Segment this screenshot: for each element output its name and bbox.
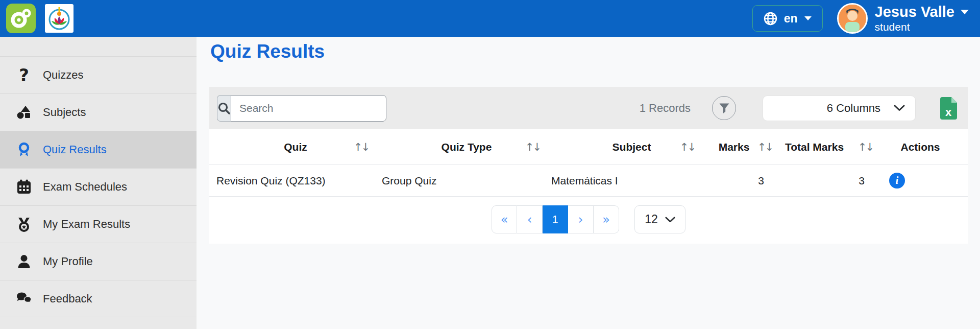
question-mark-icon: ? bbox=[15, 65, 33, 85]
chevron-down-icon bbox=[894, 105, 905, 111]
medal-icon bbox=[15, 217, 33, 232]
pagination-page-1-button[interactable]: 1 bbox=[543, 205, 568, 233]
avatar-illustration bbox=[839, 5, 866, 32]
chat-icon bbox=[15, 291, 33, 307]
cell-total-marks: 3 bbox=[773, 165, 873, 196]
column-header-subject[interactable]: Subject ↑↓ bbox=[551, 129, 712, 165]
award-icon bbox=[15, 142, 33, 157]
excel-export-button[interactable]: x bbox=[938, 97, 959, 120]
sidebar-item-label: Quizzes bbox=[43, 68, 83, 82]
sidebar-item-label: Subjects bbox=[43, 106, 86, 119]
excel-export-icon: x bbox=[938, 97, 959, 120]
user-role: student bbox=[875, 21, 969, 33]
column-label: Quiz bbox=[284, 141, 307, 153]
calendar-icon bbox=[15, 179, 33, 195]
cell-quiz-type: Group Quiz bbox=[382, 165, 551, 196]
user-avatar[interactable] bbox=[837, 3, 868, 34]
sidebar-item-quizzes[interactable]: ? Quizzes bbox=[0, 56, 197, 93]
chevron-down-icon bbox=[804, 16, 812, 20]
sidebar-item-label: Feedback bbox=[43, 292, 92, 306]
sidebar-item-my-exam-results[interactable]: My Exam Results bbox=[0, 205, 197, 243]
column-label: Quiz Type bbox=[442, 141, 492, 153]
filter-icon bbox=[719, 103, 730, 114]
sidebar-item-label: My Profile bbox=[43, 255, 93, 268]
column-label: Total Marks bbox=[785, 141, 861, 153]
sidebar-item-my-profile[interactable]: My Profile bbox=[0, 243, 197, 280]
sidebar-item-subjects[interactable]: Subjects bbox=[0, 93, 197, 131]
column-header-quiz-type[interactable]: Quiz Type ↑↓ bbox=[382, 129, 551, 165]
main-content: Quiz Results 1 Records 6 Columns bbox=[197, 37, 980, 329]
search-icon bbox=[217, 95, 231, 122]
filter-button[interactable] bbox=[712, 96, 736, 120]
sidebar-item-label: Quiz Results bbox=[43, 143, 107, 156]
lotus-school-logo-icon bbox=[47, 6, 71, 31]
sidebar-item-feedback[interactable]: Feedback bbox=[0, 280, 197, 317]
cell-marks: 3 bbox=[712, 165, 773, 196]
column-header-quiz[interactable]: Quiz ↑↓ bbox=[209, 129, 382, 165]
language-code-label: en bbox=[784, 12, 798, 26]
pagination: « ‹ 1 › » bbox=[492, 205, 619, 233]
table-row: Revision Quiz (QZ133) Group Quiz Matemát… bbox=[209, 165, 968, 197]
lotus-school-logo[interactable] bbox=[45, 4, 74, 33]
table-footer: « ‹ 1 › » 12 bbox=[209, 197, 968, 244]
sidebar-item-quiz-results[interactable]: Quiz Results bbox=[0, 131, 197, 168]
chevron-down-icon bbox=[665, 217, 675, 223]
top-header-bar: en Jesus Valle student bbox=[0, 0, 980, 37]
globe-icon bbox=[764, 12, 777, 26]
svg-text:x: x bbox=[945, 106, 952, 119]
table-toolbar: 1 Records 6 Columns x bbox=[209, 87, 968, 129]
sidebar-navigation: ? Quizzes Subjects Quiz Results bbox=[0, 37, 197, 329]
user-menu-chevron-down-icon bbox=[961, 10, 969, 14]
sort-icon[interactable]: ↑↓ bbox=[525, 141, 540, 153]
cell-actions: i bbox=[873, 165, 968, 196]
cell-subject: Matemáticas I bbox=[551, 165, 712, 196]
table-header-row: Quiz ↑↓ Quiz Type ↑↓ Subject ↑↓ Marks ↑↓… bbox=[209, 129, 968, 165]
pagination-last-button[interactable]: » bbox=[594, 205, 619, 233]
pagination-next-button[interactable]: › bbox=[568, 205, 594, 233]
cell-quiz: Revision Quiz (QZ133) bbox=[209, 165, 382, 196]
column-label: Subject bbox=[612, 141, 651, 153]
sort-icon[interactable]: ↑↓ bbox=[757, 141, 772, 153]
page-size-value: 12 bbox=[645, 213, 658, 226]
sidebar-item-exam-schedules[interactable]: Exam Schedules bbox=[0, 168, 197, 205]
sidebar-item-label: My Exam Results bbox=[43, 218, 130, 231]
column-header-total-marks[interactable]: Total Marks ↑↓ bbox=[773, 129, 873, 165]
column-label: Actions bbox=[900, 141, 940, 153]
shapes-icon bbox=[15, 105, 33, 120]
sidebar-item-label: Exam Schedules bbox=[43, 180, 127, 194]
pagination-first-button[interactable]: « bbox=[492, 205, 517, 233]
info-icon[interactable]: i bbox=[889, 173, 905, 189]
column-header-actions: Actions bbox=[873, 129, 968, 165]
column-header-marks[interactable]: Marks ↑↓ bbox=[712, 129, 773, 165]
records-count-label: 1 Records bbox=[640, 102, 691, 115]
person-icon bbox=[15, 254, 33, 269]
quiz-app-logo-icon bbox=[10, 7, 32, 30]
search-group bbox=[217, 95, 381, 122]
search-input[interactable] bbox=[231, 95, 386, 122]
user-info-block[interactable]: Jesus Valle student bbox=[875, 4, 969, 33]
sort-icon[interactable]: ↑↓ bbox=[680, 141, 695, 153]
page-size-select[interactable]: 12 bbox=[634, 205, 685, 233]
pagination-prev-button[interactable]: ‹ bbox=[517, 205, 543, 233]
sort-icon[interactable]: ↑↓ bbox=[858, 141, 873, 153]
quiz-app-logo[interactable] bbox=[6, 4, 36, 33]
language-selector-button[interactable]: en bbox=[752, 5, 823, 32]
sort-icon[interactable]: ↑↓ bbox=[354, 141, 369, 153]
columns-dropdown-label: 6 Columns bbox=[827, 102, 880, 115]
page-title: Quiz Results bbox=[210, 41, 325, 62]
user-name: Jesus Valle bbox=[875, 4, 954, 20]
columns-dropdown[interactable]: 6 Columns bbox=[763, 96, 916, 121]
